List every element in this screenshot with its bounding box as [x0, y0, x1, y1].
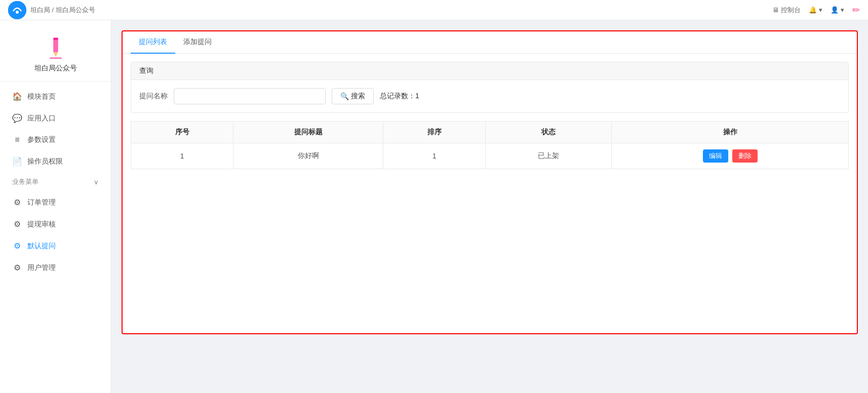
cell-status: 已上架: [486, 143, 612, 169]
table-header: 序号 提问标题 排序 状态 操作: [131, 122, 849, 143]
query-title: 查询: [139, 66, 153, 74]
total-label: 总记录数：: [380, 92, 415, 100]
chevron-down-icon: ▾: [819, 6, 822, 14]
query-body: 提问名称 🔍 搜索 总记录数：1: [131, 80, 848, 112]
header-logo: [8, 1, 26, 19]
col-header-status: 状态: [486, 122, 612, 143]
sidebar-label-param-settings: 参数设置: [27, 135, 56, 144]
col-header-actions: 操作: [612, 122, 849, 143]
monitor-icon: 🖥: [772, 6, 779, 14]
document-icon: 📄: [12, 156, 22, 166]
brand-name: 坦白局公众号: [34, 64, 77, 73]
query-header: 查询: [131, 62, 848, 80]
total-records: 总记录数：1: [380, 92, 419, 101]
tab-question-list-label: 提问列表: [139, 37, 167, 46]
sidebar-item-module-home[interactable]: 🏠 模块首页: [0, 86, 111, 107]
svg-rect-2: [53, 38, 58, 52]
query-section: 查询 提问名称 🔍 搜索 总记录数：1: [131, 62, 849, 113]
sidebar-item-param-settings[interactable]: ≡ 参数设置: [0, 129, 111, 150]
tabs: 提问列表 添加提问: [123, 31, 857, 54]
sidebar-label-module-home: 模块首页: [27, 92, 56, 101]
sidebar-brand: 坦白局公众号: [0, 20, 111, 82]
col-header-index: 序号: [131, 122, 233, 143]
svg-rect-5: [50, 58, 62, 59]
sidebar-item-app-entry[interactable]: 💬 应用入口: [0, 107, 111, 129]
main-layout: 坦白局公众号 🏠 模块首页 💬 应用入口 ≡ 参数设置 📄 操作员权限 业务菜单…: [0, 20, 868, 393]
header-right: 🖥 控制台 🔔 ▾ 👤 ▾ ✏: [772, 5, 860, 16]
content-panel: 提问列表 添加提问 查询 提问名称 🔍 搜索: [122, 30, 858, 334]
delete-button[interactable]: 删除: [732, 149, 758, 163]
sidebar-item-order-management[interactable]: ⚙ 订单管理: [0, 191, 111, 213]
tab-question-list[interactable]: 提问列表: [131, 31, 175, 54]
cell-title: 你好啊: [233, 143, 383, 169]
notification-btn[interactable]: 🔔 ▾: [809, 6, 822, 14]
total-count: 1: [415, 92, 419, 100]
sidebar-label-default-question: 默认提问: [27, 242, 56, 251]
col-header-title: 提问标题: [233, 122, 383, 143]
svg-rect-4: [53, 37, 58, 40]
chat-icon: 💬: [12, 113, 22, 123]
chevron-icon: ∨: [94, 178, 99, 186]
section-label: 业务菜单: [12, 177, 38, 186]
sidebar-item-operator-permissions[interactable]: 📄 操作员权限: [0, 150, 111, 172]
table-body: 1 你好啊 1 已上架 编辑 删除: [131, 143, 849, 169]
table-wrapper: 序号 提问标题 排序 状态 操作 1 你好啊 1 已上架: [131, 121, 849, 169]
svg-marker-3: [53, 52, 58, 57]
bell-icon: 🔔: [809, 6, 817, 14]
table-header-row: 序号 提问标题 排序 状态 操作: [131, 122, 849, 143]
sidebar-item-default-question[interactable]: ⚙ 默认提问: [0, 235, 111, 257]
svg-point-0: [8, 1, 26, 19]
tab-add-question-label: 添加提问: [183, 37, 212, 46]
edit-top-btn[interactable]: ✏: [852, 5, 860, 16]
col-header-sort: 排序: [383, 122, 485, 143]
user-icon: 👤: [831, 6, 839, 14]
gear-icon-order: ⚙: [12, 198, 22, 207]
svg-point-1: [16, 11, 19, 14]
sidebar-label-operator-permissions: 操作员权限: [27, 157, 63, 166]
sidebar-label-user-management: 用户管理: [27, 263, 56, 272]
user-chevron-icon: ▾: [841, 6, 844, 14]
home-icon: 🏠: [12, 92, 22, 101]
gear-icon-user: ⚙: [12, 263, 22, 272]
sidebar-section-business: 业务菜单 ∨: [0, 172, 111, 191]
sidebar-menu: 🏠 模块首页 💬 应用入口 ≡ 参数设置 📄 操作员权限 业务菜单 ∨ ⚙: [0, 82, 111, 283]
header-left: 坦白局 / 坦白局公众号: [8, 1, 95, 19]
gear-icon-withdraw: ⚙: [12, 219, 22, 229]
query-input[interactable]: [174, 88, 326, 104]
user-btn[interactable]: 👤 ▾: [831, 6, 844, 14]
search-icon: 🔍: [340, 92, 349, 100]
search-button[interactable]: 🔍 搜索: [332, 88, 374, 104]
query-field-label: 提问名称: [139, 92, 168, 101]
console-label: 控制台: [781, 6, 801, 15]
content: 提问列表 添加提问 查询 提问名称 🔍 搜索: [111, 20, 868, 393]
sidebar-label-withdraw-review: 提现审核: [27, 220, 56, 229]
edit-button[interactable]: 编辑: [703, 149, 728, 163]
cell-sort: 1: [383, 143, 485, 169]
sidebar-label-app-entry: 应用入口: [27, 114, 56, 123]
sidebar: 坦白局公众号 🏠 模块首页 💬 应用入口 ≡ 参数设置 📄 操作员权限 业务菜单…: [0, 20, 111, 393]
cell-index: 1: [131, 143, 233, 169]
edit-icon: ✏: [852, 5, 860, 16]
breadcrumb: 坦白局 / 坦白局公众号: [30, 6, 95, 15]
sidebar-item-withdraw-review[interactable]: ⚙ 提现审核: [0, 213, 111, 235]
table-row: 1 你好啊 1 已上架 编辑 删除: [131, 143, 849, 169]
cell-actions: 编辑 删除: [612, 143, 849, 169]
search-label: 搜索: [351, 92, 365, 101]
data-table: 序号 提问标题 排序 状态 操作 1 你好啊 1 已上架: [131, 121, 849, 169]
tab-add-question[interactable]: 添加提问: [175, 31, 220, 54]
sidebar-item-user-management[interactable]: ⚙ 用户管理: [0, 257, 111, 279]
header: 坦白局 / 坦白局公众号 🖥 控制台 🔔 ▾ 👤 ▾ ✏: [0, 0, 868, 20]
list-icon: ≡: [12, 135, 22, 144]
sidebar-label-order-management: 订单管理: [27, 198, 56, 207]
console-link[interactable]: 🖥 控制台: [772, 6, 801, 15]
brand-pencil-icon: [41, 30, 71, 61]
gear-icon-question: ⚙: [12, 241, 22, 251]
